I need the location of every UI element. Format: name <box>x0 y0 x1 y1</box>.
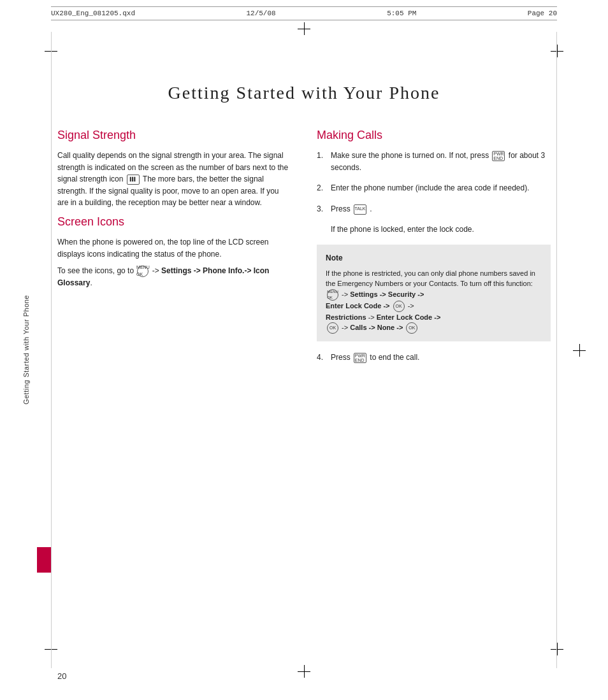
reg-mark-bottom-right <box>551 643 563 655</box>
header-page: Page 20 <box>528 10 557 17</box>
reg-mark-top-right <box>551 45 563 57</box>
screen-icons-para-2: To see the icons, go to MENUOK -> Settin… <box>57 265 291 289</box>
ok-icon-2: OK <box>327 322 338 334</box>
list-item-2: 2. Enter the phone number (include the a… <box>317 182 551 194</box>
signal-strength-body: Call quality depends on the signal stren… <box>57 150 291 209</box>
page-number: 20 <box>57 671 66 681</box>
menu-ok-icon-1: MENUOK <box>137 266 148 277</box>
sidebar: Getting Started with Your Phone <box>0 127 52 573</box>
signal-strength-heading: Signal Strength <box>57 129 291 142</box>
list-content-4: Press PWREND to end the call. <box>331 352 551 364</box>
header-bar: UX280_Eng_081205.qxd 12/5/08 5:05 PM Pag… <box>51 6 557 20</box>
list-num-4: 4. <box>317 352 327 364</box>
signal-para-1: Call quality depends on the signal stren… <box>57 150 291 209</box>
list-item-4: 4. Press PWREND to end the call. <box>317 352 551 364</box>
list-num-3: 3. <box>317 203 327 215</box>
menu-ok-icon-2: MENUOK <box>327 289 338 301</box>
signal-strength-icon <box>127 175 140 185</box>
two-column-layout: Signal Strength Call quality depends on … <box>57 129 551 373</box>
ok-icon-3: OK <box>406 322 417 334</box>
screen-icons-para-1: When the phone is powered on, the top li… <box>57 236 291 260</box>
header-filename: UX280_Eng_081205.qxd <box>51 10 135 17</box>
note-box: Note If the phone is restricted, you can… <box>317 245 551 341</box>
main-content: Getting Started with Your Phone Signal S… <box>57 64 551 649</box>
end-icon-2: PWREND <box>354 353 366 363</box>
screen-icons-heading: Screen Icons <box>57 215 291 229</box>
note-heading: Note <box>326 252 542 264</box>
reg-mark-top-center <box>298 22 310 35</box>
list-item-1: 1. Make sure the phone is turned on. If … <box>317 150 551 173</box>
header-date: 12/5/08 <box>246 10 275 17</box>
right-column: Making Calls 1. Make sure the phone is t… <box>317 129 551 373</box>
page-title: Getting Started with Your Phone <box>57 83 551 103</box>
list-content-3: Press TALK . <box>331 203 551 215</box>
left-column: Signal Strength Call quality depends on … <box>57 129 291 373</box>
list-content-2: Enter the phone number (include the area… <box>331 182 551 194</box>
making-calls-heading: Making Calls <box>317 129 551 142</box>
list-num-2: 2. <box>317 182 327 194</box>
list-num-1: 1. <box>317 150 327 173</box>
border-right <box>556 32 557 668</box>
making-calls-list: 1. Make sure the phone is turned on. If … <box>317 150 551 364</box>
ok-icon-1: OK <box>393 301 405 312</box>
talk-icon: TALK <box>354 204 366 215</box>
sidebar-text: Getting Started with Your Phone <box>22 295 30 404</box>
end-icon-1: PWREND <box>492 151 505 161</box>
sidebar-bar <box>37 547 51 573</box>
note-text: If the phone is restricted, you can only… <box>326 268 542 334</box>
list-item-3: 3. Press TALK . <box>317 203 551 215</box>
list-content-1: Make sure the phone is turned on. If not… <box>331 150 551 173</box>
header-time: 5:05 PM <box>387 10 416 17</box>
lock-text: If the phone is locked, enter the lock c… <box>317 224 551 236</box>
reg-mark-bottom-center <box>298 665 310 678</box>
screen-icons-body: When the phone is powered on, the top li… <box>57 236 291 289</box>
reg-mark-right-center <box>573 344 586 357</box>
